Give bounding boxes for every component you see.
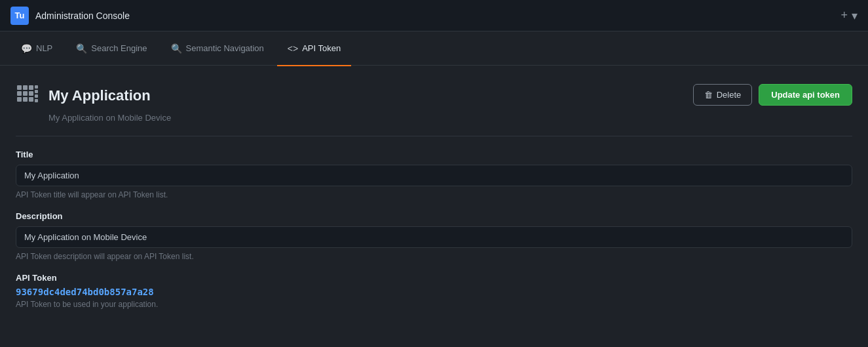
tab-nlp-label: NLP	[36, 43, 52, 53]
grid-icon	[16, 84, 39, 108]
tab-search-engine[interactable]: 🔍 Search Engine	[66, 32, 157, 66]
delete-label: Delete	[717, 90, 742, 100]
tab-api-token[interactable]: <> API Token	[277, 32, 351, 66]
svg-rect-4	[23, 91, 28, 96]
delete-button[interactable]: 🗑 Delete	[693, 84, 753, 106]
logo-text: Tu	[15, 10, 25, 20]
nlp-icon: 💬	[21, 43, 32, 54]
header-left: Tu Administration Console	[10, 7, 130, 25]
svg-rect-6	[17, 97, 22, 102]
add-icon[interactable]: +	[840, 9, 848, 22]
svg-rect-5	[29, 91, 33, 96]
app-subtitle: My Application on Mobile Device	[16, 113, 852, 123]
api-token-hint: API Token to be used in your application…	[16, 300, 852, 309]
search-engine-icon: 🔍	[76, 43, 87, 54]
chevron-down-icon[interactable]: ▾	[852, 9, 858, 23]
title-section: Title API Token title will appear on API…	[16, 150, 852, 199]
app-header: My Application 🗑 Delete Update api token	[16, 84, 852, 108]
svg-rect-9	[35, 85, 38, 89]
svg-rect-8	[29, 97, 33, 102]
title-hint: API Token title will appear on API Token…	[16, 190, 852, 199]
api-token-value: 93679dc4ded74bd0b857a7a28	[16, 287, 852, 297]
tab-nlp[interactable]: 💬 NLP	[10, 32, 63, 66]
api-token-label: API Token	[16, 273, 852, 283]
svg-rect-3	[17, 91, 22, 96]
trash-icon: 🗑	[704, 90, 713, 100]
header-buttons: 🗑 Delete Update api token	[693, 84, 852, 106]
description-section: Description API Token description will a…	[16, 211, 852, 261]
header-actions[interactable]: + ▾	[840, 9, 858, 23]
update-api-token-button[interactable]: Update api token	[759, 84, 852, 106]
update-label: Update api token	[771, 90, 840, 100]
app-title-section: My Application	[16, 84, 151, 108]
svg-rect-1	[23, 85, 28, 90]
tab-semantic-navigation-label: Semantic Navigation	[186, 43, 264, 53]
admin-console-title: Administration Console	[35, 10, 130, 21]
description-hint: API Token description will appear on API…	[16, 252, 852, 261]
header-bar: Tu Administration Console + ▾	[0, 0, 868, 31]
svg-rect-10	[35, 90, 38, 93]
title-label: Title	[16, 150, 852, 159]
logo-box: Tu	[10, 7, 29, 25]
divider	[16, 136, 852, 136]
main-content: My Application 🗑 Delete Update api token…	[0, 66, 868, 327]
svg-rect-0	[17, 85, 22, 90]
svg-rect-2	[29, 85, 33, 90]
app-title: My Application	[48, 87, 151, 104]
tab-search-engine-label: Search Engine	[91, 43, 147, 53]
api-token-section: API Token 93679dc4ded74bd0b857a7a28 API …	[16, 273, 852, 309]
semantic-nav-icon: 🔍	[171, 43, 182, 54]
tab-api-token-label: API Token	[302, 43, 341, 53]
tab-semantic-navigation[interactable]: 🔍 Semantic Navigation	[160, 32, 274, 66]
svg-rect-11	[35, 94, 38, 98]
description-label: Description	[16, 211, 852, 221]
svg-rect-12	[35, 99, 38, 102]
description-input[interactable]	[16, 226, 852, 248]
api-token-icon: <>	[288, 43, 298, 54]
svg-rect-7	[23, 97, 28, 102]
nav-tabs: 💬 NLP 🔍 Search Engine 🔍 Semantic Navigat…	[0, 31, 868, 66]
app-icon	[16, 84, 39, 108]
title-input[interactable]	[16, 165, 852, 186]
